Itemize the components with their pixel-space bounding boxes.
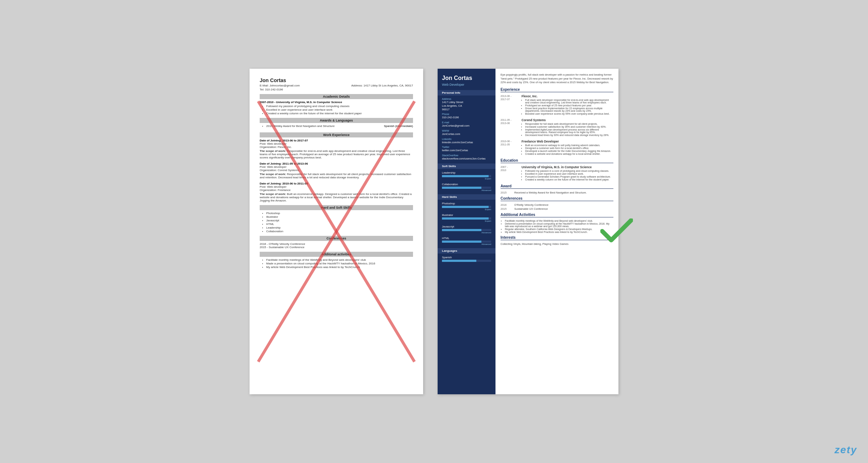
conf-entry: 2015 Sustainable UX Conference	[501, 207, 613, 211]
email-label: E-Mail:	[260, 84, 269, 87]
rp-entry-org: University of Virginia, M.S. in Computer…	[522, 165, 613, 169]
twitter-value: twitter.com/JonCortas	[442, 149, 491, 152]
conf-entries: 2016 O'Reilly Velocity Conference 2015 S…	[501, 203, 613, 211]
linkedin-label: LinkedIn	[442, 138, 491, 140]
rp-entry-content: Freelance Web DeveloperBuilt an ecommerc…	[522, 140, 613, 156]
rp-bullet: Responsible for full stack web developme…	[525, 123, 613, 125]
resume-left-panel: Jon Cortas Web Developer Personal Info A…	[438, 69, 495, 394]
personal-info-title: Personal Info	[438, 90, 495, 95]
rp-entry: 2011-05 - 2013-06Corend SystemsResponsib…	[501, 118, 613, 137]
experience-title: Experience	[501, 88, 613, 92]
award-row: 2015 Received a Webby Award for Best Nav…	[501, 191, 613, 194]
rp-bullet: Pursued a Generalist Scholars Program gr…	[525, 175, 613, 178]
work2-scope: The scope of work: Responsible for full …	[260, 173, 413, 179]
work1-org: Organization: Flexor, Inc.	[260, 145, 413, 149]
work-entry-3: Date of Joining: 2010-06 to 2011-05 Post…	[260, 182, 413, 202]
activity-bullet: Delivered a presentation on cloud comput…	[505, 222, 613, 228]
rp-bullet: Full stack web developer responsible for…	[525, 99, 613, 104]
left-contact-row: E-Mail: Johncortas@gmail.com Address: 14…	[260, 84, 413, 87]
skill-bar: Leadership Expert	[442, 171, 491, 180]
skill-bar-fill	[442, 260, 476, 262]
awards-section-header: Awards & Languages	[260, 118, 413, 123]
twitter-label: Twitter	[442, 146, 491, 148]
rp-entry-date: 2011-05 - 2013-06	[501, 118, 519, 137]
skills-bullets: Photoshop Illustrator Javascript HTML Le…	[266, 212, 413, 233]
skill-name: Leadership	[442, 171, 491, 174]
skill-bar-bg	[442, 241, 491, 243]
soft-skills-bars: Leadership Expert Collaboration Advanced	[442, 171, 491, 191]
award-year: 2015	[501, 191, 511, 194]
www-value: JonCortas.com	[442, 132, 491, 136]
activity-bullet: My article Web Development Best Practice…	[505, 231, 613, 233]
rp-bullet: Implemented Agile/Lean development proce…	[525, 128, 613, 133]
skill-name: Illustrator	[442, 213, 491, 217]
skill-bar-bg	[442, 187, 491, 189]
education-title: Education	[501, 158, 613, 163]
education-entries: 2007 - 2010University of Virginia, M.S. …	[501, 165, 613, 181]
skill-level-label: Expert	[442, 178, 491, 180]
rp-bullet: Increased customer satisfaction by 35% a…	[525, 126, 613, 128]
rp-entry: 2010-06 - 2011-05Freelance Web Developer…	[501, 140, 613, 156]
skills-section-header: Hard and Soft Skills	[260, 205, 413, 210]
rp-bullet: Designed a customer web form for a local…	[525, 147, 613, 149]
skill-name: Javascript	[442, 225, 491, 228]
interests-text: Collecting Vinyls, Mountain biking, Play…	[501, 242, 613, 246]
stackoverflow-label: StackOverflow	[442, 154, 491, 157]
skill-level-label: Advanced	[442, 243, 491, 245]
work-entry-1: Date of Joining: 2013-06 to 2017-07 Post…	[260, 139, 413, 159]
stackoverflow-value: stackoverflow.com/users/Jon-Cortas	[442, 157, 491, 161]
skill-bar-bg	[442, 229, 491, 231]
awards-bullets: 2015 Webby Award for Best Navigation and…	[266, 124, 335, 128]
skill-level-label: Expert	[442, 208, 491, 211]
right-title: Web Developer	[442, 83, 491, 86]
rp-entry-org: Flexor, Inc.	[522, 94, 613, 98]
www-label: WWW	[442, 129, 491, 132]
skill-bar: Spanish	[442, 256, 491, 262]
rp-bullet: Excelled in user experience and user int…	[525, 173, 613, 175]
award-bullet-1: 2015 Webby Award for Best Navigation and…	[266, 124, 335, 128]
work1-post: Post: Web developer	[260, 142, 413, 145]
soft-skills-title: Soft Skills	[438, 163, 495, 169]
rp-bullet: Drove best practice implementation for 2…	[525, 107, 613, 112]
email-value-r: JonCortas@gmail.com	[442, 124, 491, 128]
award-title: Award	[501, 184, 613, 189]
phone-value: 310-242-0196	[442, 116, 491, 119]
summary: Eye-poppingly prolific, full stack web d…	[501, 73, 613, 85]
activities-section-header: Additonal activities	[260, 252, 413, 257]
rp-bullet: Prototyped an average of 25 new product …	[525, 104, 613, 107]
skill-bar: Photoshop Expert	[442, 202, 491, 211]
conf-2: 2015 - Sustainable UX Conference	[260, 246, 413, 249]
skill-bar-bg	[442, 260, 491, 262]
rp-entry-org: Corend Systems	[522, 118, 613, 122]
linkedin-value: linkedin.com/in/JonCortas	[442, 141, 491, 144]
skill-bar-fill	[442, 241, 481, 243]
left-email: E-Mail: Johncortas@gmail.com	[260, 84, 300, 87]
work2-post: Post: Web developer	[260, 165, 413, 169]
resume-good: Jon Cortas Web Developer Personal Info A…	[438, 69, 618, 394]
skill-bar-fill	[442, 217, 489, 220]
rp-entry: 2013-06 - 2017-07Flexor, Inc.Full stack …	[501, 94, 613, 115]
rp-entry-date: 2010-06 - 2011-05	[501, 140, 519, 156]
conf-name: O'Reilly Velocity Conference	[514, 203, 548, 207]
resume-bad: Jon Cortas E-Mail: Johncortas@gmail.com …	[250, 69, 423, 394]
conf-entry: 2016 O'Reilly Velocity Conference	[501, 203, 613, 207]
skill-level-label: Expert	[442, 220, 491, 222]
conf-1: 2016 - O'Reilly Velocity Conference	[260, 242, 413, 246]
page-container: Jon Cortas E-Mail: Johncortas@gmail.com …	[0, 0, 868, 463]
rp-entry-bullets: Full stack web developer responsible for…	[525, 99, 613, 115]
skill-level-label: Advanced	[442, 189, 491, 191]
phone-label: Phone	[442, 113, 491, 115]
skill-level-label: Advanced	[442, 232, 491, 234]
work1-date: Date of Joining: 2013-06 to 2017-07	[260, 139, 413, 142]
work3-org: Organization: Freelance	[260, 188, 413, 192]
rp-entry-content: Flexor, Inc.Full stack web developer res…	[522, 94, 613, 115]
rp-entry-content: Corend SystemsResponsible for full stack…	[522, 118, 613, 137]
left-tel-row: Tel: 310-242-0196	[260, 88, 413, 91]
conf-name: Sustainable UX Conference	[514, 207, 548, 211]
email-label-r: E-mail	[442, 121, 491, 124]
activity-bullet: Regular attendee, Southern California We…	[505, 228, 613, 230]
work3-post: Post: Web developer	[260, 185, 413, 188]
academic-period: 2007-2010 - University of Virginia, M.S.…	[260, 101, 413, 104]
rp-entry-date: 2007 - 2010	[501, 165, 519, 181]
academic-bullet-3: Created a weekly column on the future of…	[266, 112, 413, 115]
